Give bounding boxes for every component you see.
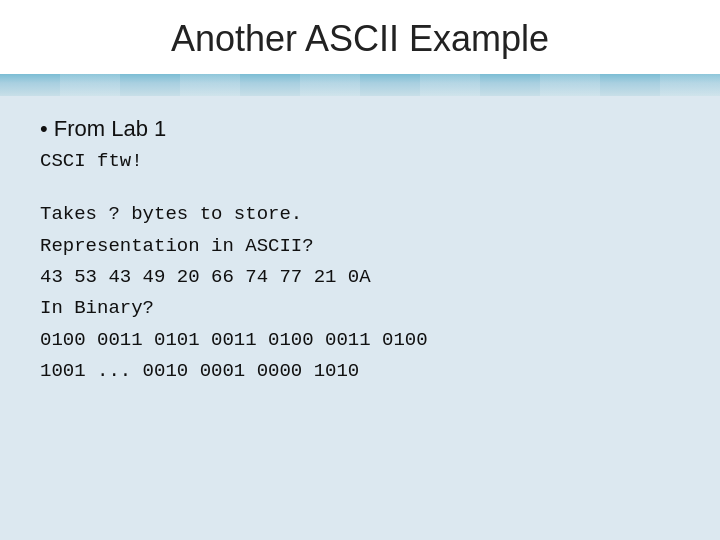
- bullet-label: • From Lab 1: [40, 116, 166, 142]
- code-line-binary1: 0100 0011 0101 0011 0100 0011 0100: [40, 325, 680, 356]
- code-line-hex: 43 53 43 49 20 66 74 77 21 0A: [40, 262, 680, 293]
- decorative-bar: [0, 74, 720, 96]
- code-line-representation: Representation in ASCII?: [40, 231, 680, 262]
- title-area: Another ASCII Example: [0, 0, 720, 74]
- content-area: • From Lab 1 CSCI ftw! Takes ? bytes to …: [0, 96, 720, 540]
- code-block: Takes ? bytes to store. Representation i…: [40, 199, 680, 387]
- code-line-binary2: 1001 ... 0010 0001 0000 1010: [40, 356, 680, 387]
- slide: Another ASCII Example • From Lab 1 CSCI …: [0, 0, 720, 540]
- code-csci-line: CSCI ftw!: [40, 146, 680, 177]
- bullet-section: • From Lab 1 CSCI ftw!: [40, 116, 680, 177]
- bullet-item: • From Lab 1: [40, 116, 680, 142]
- code-line-takes: Takes ? bytes to store.: [40, 199, 680, 230]
- code-line-1: CSCI ftw!: [40, 150, 143, 172]
- slide-title: Another ASCII Example: [40, 18, 680, 60]
- code-line-binary-label: In Binary?: [40, 293, 680, 324]
